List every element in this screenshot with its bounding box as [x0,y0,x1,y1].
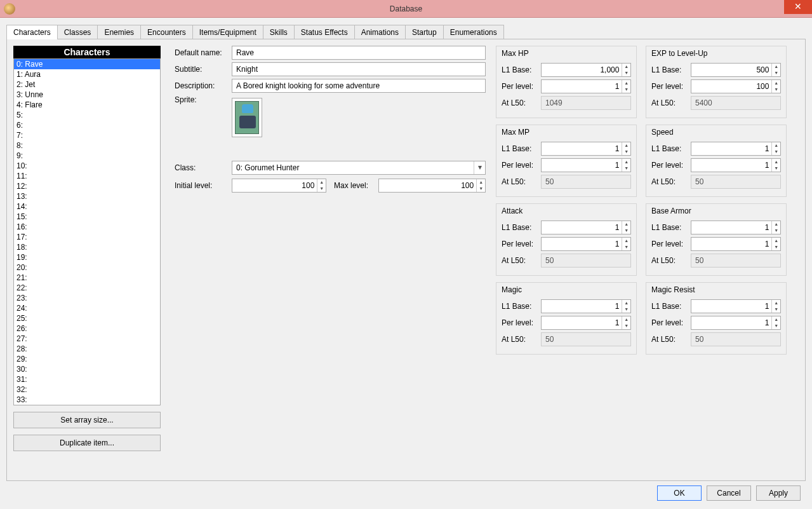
spin-up-icon[interactable]: ▲ [477,179,485,186]
l1base-input[interactable] [691,64,771,76]
l1base-input[interactable] [542,142,622,155]
l1base-input[interactable] [542,300,622,313]
list-item[interactable]: 18: [14,242,160,252]
perlevel-input[interactable] [691,80,771,93]
spin-up-icon[interactable]: ▲ [622,159,630,165]
spin-down-icon[interactable]: ▼ [477,186,485,192]
titlebar[interactable]: Database ✕ [0,0,812,18]
list-item[interactable]: 11: [14,171,160,181]
initial-level-input[interactable] [232,179,317,192]
list-item[interactable]: 9: [14,151,160,161]
l1base-stepper[interactable]: ▲▼ [691,221,781,234]
list-item[interactable]: 15: [14,212,160,222]
l1base-input[interactable] [542,221,622,234]
list-item[interactable]: 7: [14,130,160,140]
list-item[interactable]: 20: [14,262,160,273]
list-item[interactable]: 19: [14,252,160,262]
characters-listbox[interactable]: 0: Rave1: Aura2: Jet3: Unne4: Flare5:6:7… [13,58,161,405]
list-item[interactable]: 8: [14,140,160,151]
spin-down-icon[interactable]: ▼ [622,227,630,234]
spin-down-icon[interactable]: ▼ [772,323,780,329]
perlevel-input[interactable] [542,80,622,93]
ok-button[interactable]: OK [657,485,702,501]
l1base-input[interactable] [691,300,771,313]
spin-down-icon[interactable]: ▼ [772,70,780,76]
tab-animations[interactable]: Animations [354,25,406,39]
spin-down-icon[interactable]: ▼ [772,227,780,234]
list-item[interactable]: 29: [14,354,160,364]
spin-up-icon[interactable]: ▲ [622,221,630,227]
spin-up-icon[interactable]: ▲ [772,159,780,165]
list-item[interactable]: 6: [14,120,160,130]
spin-up-icon[interactable]: ▲ [317,179,326,186]
perlevel-stepper[interactable]: ▲▼ [691,79,781,93]
duplicate-item-button[interactable]: Duplicate item... [13,435,161,451]
tab-status-effects[interactable]: Status Effects [294,25,355,39]
list-item[interactable]: 1: Aura [14,69,160,79]
list-item[interactable]: 31: [14,374,160,384]
spin-down-icon[interactable]: ▼ [622,323,630,329]
tab-items-equipment[interactable]: Items/Equipment [192,25,263,39]
list-item[interactable]: 12: [14,181,160,191]
list-item[interactable]: 14: [14,201,160,212]
spin-down-icon[interactable]: ▼ [622,70,630,76]
tab-encounters[interactable]: Encounters [140,25,193,39]
list-item[interactable]: 33: [14,395,160,405]
perlevel-stepper[interactable]: ▲▼ [541,79,631,93]
spin-down-icon[interactable]: ▼ [622,244,630,250]
perlevel-input[interactable] [691,159,771,172]
spin-down-icon[interactable]: ▼ [772,86,780,93]
spin-up-icon[interactable]: ▲ [622,142,630,149]
perlevel-stepper[interactable]: ▲▼ [691,158,781,172]
spin-up-icon[interactable]: ▲ [772,64,780,70]
tab-startup[interactable]: Startup [405,25,444,39]
list-item[interactable]: 24: [14,303,160,313]
list-item[interactable]: 17: [14,232,160,242]
list-item[interactable]: 16: [14,222,160,232]
l1base-input[interactable] [691,142,771,155]
cancel-button[interactable]: Cancel [707,485,751,501]
spin-down-icon[interactable]: ▼ [317,186,326,192]
l1base-stepper[interactable]: ▲▼ [541,63,631,77]
spin-down-icon[interactable]: ▼ [772,306,780,313]
list-item[interactable]: 27: [14,334,160,344]
spin-down-icon[interactable]: ▼ [772,149,780,155]
tab-characters[interactable]: Characters [6,25,58,39]
spin-up-icon[interactable]: ▲ [622,80,630,86]
l1base-stepper[interactable]: ▲▼ [541,299,631,313]
spin-up-icon[interactable]: ▲ [772,80,780,86]
l1base-input[interactable] [691,221,771,234]
perlevel-input[interactable] [691,238,771,250]
tab-enumerations[interactable]: Enumerations [443,25,504,39]
l1base-stepper[interactable]: ▲▼ [541,142,631,156]
subtitle-input[interactable] [232,62,486,76]
spin-up-icon[interactable]: ▲ [772,221,780,227]
l1base-stepper[interactable]: ▲▼ [541,221,631,234]
spin-down-icon[interactable]: ▼ [622,149,630,155]
list-item[interactable]: 28: [14,344,160,354]
l1base-stepper[interactable]: ▲▼ [691,142,781,156]
list-item[interactable]: 21: [14,273,160,283]
spin-up-icon[interactable]: ▲ [622,316,630,323]
list-item[interactable]: 26: [14,323,160,334]
l1base-stepper[interactable]: ▲▼ [691,63,781,77]
set-array-size-button[interactable]: Set array size... [13,412,161,428]
tab-classes[interactable]: Classes [57,25,98,39]
list-item[interactable]: 4: Flare [14,100,160,110]
list-item[interactable]: 2: Jet [14,79,160,90]
perlevel-stepper[interactable]: ▲▼ [541,316,631,330]
spin-down-icon[interactable]: ▼ [772,244,780,250]
perlevel-input[interactable] [542,316,622,329]
perlevel-input[interactable] [691,316,771,329]
perlevel-stepper[interactable]: ▲▼ [691,316,781,330]
spin-down-icon[interactable]: ▼ [622,306,630,313]
perlevel-input[interactable] [542,159,622,172]
sprite-picker[interactable] [232,98,262,137]
initial-level-stepper[interactable]: ▲▼ [232,179,326,193]
list-item[interactable]: 32: [14,384,160,395]
list-item[interactable]: 10: [14,161,160,171]
max-level-input[interactable] [379,179,476,192]
spin-up-icon[interactable]: ▲ [772,238,780,244]
tab-skills[interactable]: Skills [263,25,295,39]
list-item[interactable]: 25: [14,313,160,323]
